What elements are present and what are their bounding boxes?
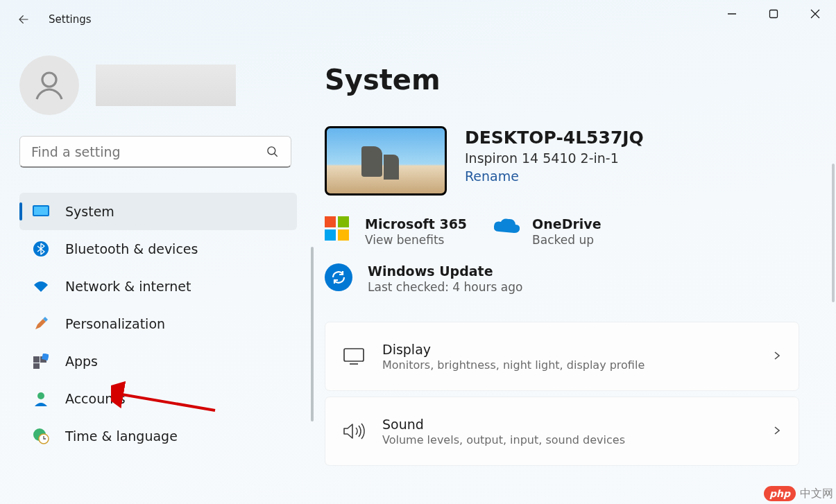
search-box[interactable] [19, 136, 291, 168]
sidebar-item-label: System [65, 204, 114, 219]
maximize-icon [769, 9, 778, 19]
settings-cards: Display Monitors, brightness, night ligh… [325, 322, 815, 466]
sidebar-item-label: Apps [65, 354, 98, 369]
main-scrollbar[interactable] [832, 164, 835, 302]
card-sub: Volume levels, output, input, sound devi… [382, 433, 756, 446]
svg-rect-16 [325, 216, 336, 227]
accounts-icon [32, 390, 50, 408]
sidebar-item-accounts[interactable]: Accounts [19, 380, 297, 417]
sidebar-item-label: Personalization [65, 316, 165, 331]
system-icon [32, 202, 50, 220]
sidebar-item-label: Accounts [65, 391, 126, 406]
main-pane: System DESKTOP-4L537JQ Inspiron 14 5410 … [305, 39, 836, 504]
bluetooth-icon [32, 240, 50, 258]
update-title: Windows Update [368, 263, 522, 279]
arrow-left-icon [17, 13, 30, 26]
svg-rect-6 [34, 207, 48, 215]
user-profile[interactable] [19, 55, 291, 115]
watermark-badge: php [764, 486, 796, 501]
device-info: DESKTOP-4L537JQ Inspiron 14 5410 2-in-1 … [325, 126, 815, 195]
svg-point-2 [42, 73, 56, 87]
sidebar-item-bluetooth[interactable]: Bluetooth & devices [19, 230, 297, 268]
sidebar: System Bluetooth & devices Network & int… [0, 39, 305, 504]
nav-list: System Bluetooth & devices Network & int… [19, 193, 297, 455]
svg-line-4 [275, 153, 278, 156]
m365-tile[interactable]: Microsoft 365 View benefits [325, 216, 467, 247]
sidebar-item-apps[interactable]: Apps [19, 342, 297, 380]
svg-rect-10 [33, 363, 40, 369]
svg-point-12 [37, 392, 44, 399]
avatar [19, 55, 79, 115]
svg-point-3 [268, 146, 275, 154]
search-icon [266, 145, 280, 159]
card-title: Display [382, 342, 756, 357]
sidebar-item-label: Network & internet [65, 279, 191, 294]
m365-sub: View benefits [365, 233, 467, 247]
svg-rect-17 [338, 216, 349, 227]
rename-link[interactable]: Rename [465, 168, 519, 184]
windows-update-tile[interactable]: Windows Update Last checked: 4 hours ago [325, 263, 815, 294]
watermark-text: 中文网 [800, 487, 833, 501]
watermark: php 中文网 [764, 486, 833, 501]
svg-rect-8 [33, 356, 40, 363]
sidebar-item-personalization[interactable]: Personalization [19, 305, 297, 342]
close-button[interactable] [794, 0, 836, 28]
display-icon [342, 347, 366, 365]
chevron-right-icon [772, 350, 782, 363]
sidebar-item-label: Time & language [65, 428, 178, 444]
sound-icon [342, 422, 366, 441]
minimize-button[interactable] [711, 0, 753, 28]
onedrive-sub: Backed up [532, 233, 602, 247]
update-icon [325, 263, 352, 291]
page-title: System [325, 64, 815, 96]
window-controls [711, 0, 836, 28]
window-title: Settings [49, 13, 92, 26]
apps-icon [32, 352, 50, 370]
chevron-right-icon [772, 425, 782, 438]
svg-rect-18 [325, 229, 336, 241]
card-display[interactable]: Display Monitors, brightness, night ligh… [325, 322, 799, 391]
back-button[interactable] [10, 6, 37, 33]
maximize-button[interactable] [753, 0, 794, 28]
sidebar-item-time[interactable]: Time & language [19, 417, 297, 455]
sidebar-item-system[interactable]: System [19, 193, 297, 230]
svg-rect-19 [338, 229, 349, 241]
search-input[interactable] [31, 144, 253, 159]
svg-rect-20 [344, 349, 364, 361]
onedrive-icon [492, 216, 520, 244]
device-model: Inspiron 14 5410 2-in-1 [465, 150, 644, 166]
globe-clock-icon [32, 427, 50, 445]
card-sub: Monitors, brightness, night light, displ… [382, 358, 756, 372]
card-sound[interactable]: Sound Volume levels, output, input, soun… [325, 397, 799, 466]
person-icon [33, 69, 66, 102]
card-title: Sound [382, 417, 756, 432]
minimize-icon [727, 9, 737, 19]
status-pills: Microsoft 365 View benefits OneDrive Bac… [325, 216, 815, 247]
sidebar-item-label: Bluetooth & devices [65, 241, 198, 257]
device-wallpaper-thumb [325, 126, 447, 195]
onedrive-title: OneDrive [532, 216, 602, 232]
wifi-icon [32, 277, 50, 295]
paintbrush-icon [32, 315, 50, 333]
update-sub: Last checked: 4 hours ago [368, 280, 522, 294]
close-icon [810, 9, 820, 19]
titlebar: Settings [0, 0, 836, 39]
m365-title: Microsoft 365 [365, 216, 467, 232]
device-name: DESKTOP-4L537JQ [465, 128, 644, 148]
user-name-redacted [96, 64, 236, 106]
svg-rect-1 [770, 10, 778, 18]
onedrive-tile[interactable]: OneDrive Backed up [492, 216, 602, 247]
sidebar-item-network[interactable]: Network & internet [19, 268, 297, 305]
microsoft-logo-icon [325, 216, 352, 244]
